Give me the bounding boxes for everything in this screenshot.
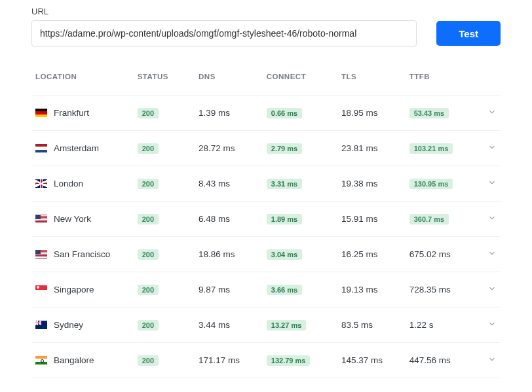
cell-location: Sydney [31, 308, 134, 343]
chevron-down-icon[interactable] [487, 285, 497, 295]
cell-connect: 132.79 ms [263, 343, 337, 378]
connect-badge: 132.79 ms [267, 355, 311, 366]
cell-connect: 0.66 ms [263, 96, 337, 131]
ttfb-badge: 53.43 ms [409, 108, 449, 118]
cell-dns: 8.43 ms [195, 166, 263, 202]
header-dns: DNS [195, 66, 263, 96]
cell-connect: 1.89 ms [263, 202, 337, 237]
cell-location: Frankfurt [31, 96, 134, 131]
cell-dns: 3.44 ms [195, 308, 263, 343]
flag-icon [35, 215, 47, 223]
header-expand [480, 66, 501, 96]
cell-status: 200 [134, 343, 195, 378]
cell-status: 200 [134, 131, 195, 166]
status-badge: 200 [138, 249, 159, 260]
location-name: Singapore [54, 285, 94, 294]
cell-location: London [31, 166, 134, 202]
location-name: Sydney [54, 320, 83, 330]
cell-ttfb: 675.02 ms [406, 237, 480, 272]
ttfb-badge: 360.7 ms [409, 214, 449, 224]
ttfb-badge: 103.21 ms [409, 143, 453, 154]
cell-ttfb: 130.95 ms [406, 166, 480, 202]
connect-badge: 3.31 ms [267, 179, 302, 189]
status-badge: 200 [138, 108, 159, 118]
connect-badge: 1.89 ms [267, 214, 302, 224]
expand-cell [480, 272, 501, 308]
connect-badge: 3.66 ms [267, 285, 302, 295]
expand-cell [480, 96, 501, 131]
cell-dns: 171.17 ms [195, 343, 263, 378]
status-badge: 200 [138, 355, 159, 366]
location-name: London [54, 179, 83, 188]
test-button[interactable]: Test [436, 21, 501, 46]
cell-connect: 3.04 ms [263, 237, 337, 272]
cell-location: Amsterdam [31, 131, 134, 166]
location-name: Bangalore [54, 355, 94, 365]
chevron-down-icon[interactable] [487, 215, 497, 224]
chevron-down-icon[interactable] [487, 109, 497, 118]
cell-connect: 3.31 ms [263, 166, 337, 202]
chevron-down-icon[interactable] [487, 144, 497, 154]
cell-dns: 28.72 ms [195, 131, 263, 166]
status-badge: 200 [138, 285, 159, 295]
cell-tls: 19.13 ms [337, 272, 406, 308]
cell-tls: 18.95 ms [337, 96, 406, 131]
table-row[interactable]: San Francisco20018.86 ms3.04 ms16.25 ms6… [31, 237, 501, 272]
cell-tls: 23.81 ms [337, 131, 406, 166]
cell-dns: 18.86 ms [195, 237, 263, 272]
cell-location: New York [31, 202, 134, 237]
header-connect: CONNECT [263, 66, 337, 96]
expand-cell [480, 166, 501, 202]
connect-badge: 3.04 ms [267, 249, 302, 260]
flag-icon [35, 109, 47, 117]
cell-status: 200 [134, 272, 195, 308]
expand-cell [480, 202, 501, 237]
cell-location: Bangalore [31, 343, 134, 378]
connect-badge: 0.66 ms [267, 108, 302, 118]
flag-icon [35, 321, 47, 329]
cell-tls: 16.25 ms [337, 237, 406, 272]
location-name: San Francisco [54, 249, 110, 259]
chevron-down-icon[interactable] [487, 179, 497, 189]
cell-location: San Francisco [31, 237, 134, 272]
cell-connect: 13.27 ms [263, 308, 337, 343]
header-status: STATUS [134, 66, 195, 96]
table-row[interactable]: Bangalore200171.17 ms132.79 ms145.37 ms4… [31, 343, 501, 378]
cell-status: 200 [134, 308, 195, 343]
ttfb-badge: 130.95 ms [409, 179, 453, 189]
chevron-down-icon[interactable] [487, 250, 497, 260]
url-row: Test [31, 20, 501, 46]
header-ttfb: TTFB [406, 66, 480, 96]
url-input[interactable] [31, 20, 417, 46]
cell-ttfb: 103.21 ms [406, 131, 480, 166]
cell-status: 200 [134, 96, 195, 131]
cell-ttfb: 53.43 ms [406, 96, 480, 131]
cell-tls: 15.91 ms [337, 202, 406, 237]
connect-badge: 2.79 ms [267, 143, 302, 154]
table-row[interactable]: Singapore2009.87 ms3.66 ms19.13 ms728.35… [31, 272, 501, 308]
status-badge: 200 [138, 179, 159, 189]
cell-tls: 145.37 ms [337, 343, 406, 378]
flag-icon [35, 144, 47, 152]
table-row[interactable]: London2008.43 ms3.31 ms19.38 ms130.95 ms [31, 166, 501, 202]
expand-cell [480, 308, 501, 343]
table-row[interactable]: Sydney2003.44 ms13.27 ms83.5 ms1.22 s [31, 308, 501, 343]
expand-cell [480, 343, 501, 378]
cell-tls: 19.38 ms [337, 166, 406, 202]
cell-dns: 6.48 ms [195, 202, 263, 237]
header-tls: TLS [337, 66, 406, 96]
chevron-down-icon[interactable] [487, 356, 497, 366]
table-row[interactable]: New York2006.48 ms1.89 ms15.91 ms360.7 m… [31, 202, 501, 237]
cell-connect: 2.79 ms [263, 131, 337, 166]
flag-icon [35, 356, 47, 365]
flag-icon [35, 250, 47, 258]
header-location: LOCATION [31, 66, 134, 96]
cell-ttfb: 447.56 ms [406, 343, 480, 378]
location-name: Frankfurt [54, 108, 89, 118]
table-row[interactable]: Frankfurt2001.39 ms0.66 ms18.95 ms53.43 … [31, 96, 501, 131]
cell-location: Singapore [31, 272, 134, 308]
chevron-down-icon[interactable] [487, 321, 497, 330]
flag-icon [35, 285, 47, 294]
table-row[interactable]: Amsterdam20028.72 ms2.79 ms23.81 ms103.2… [31, 131, 501, 166]
cell-connect: 3.66 ms [263, 272, 337, 308]
